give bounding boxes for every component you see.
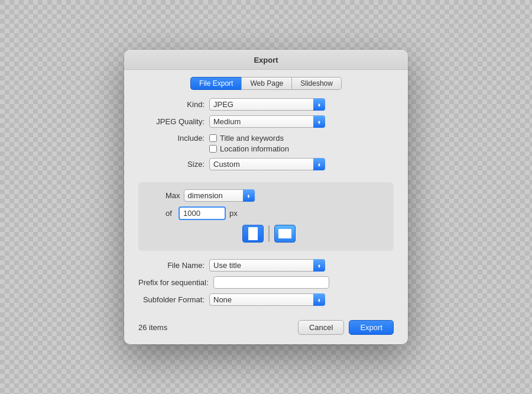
- export-button[interactable]: Export: [349, 320, 394, 335]
- filename-select[interactable]: Use title Use filename: [209, 259, 325, 272]
- portrait-orientation-btn[interactable]: [242, 225, 264, 243]
- landscape-icon: [278, 229, 291, 238]
- title-keywords-checkbox[interactable]: [209, 134, 217, 142]
- location-info-checkbox[interactable]: [209, 145, 217, 153]
- jpeg-quality-control: Low Medium High Maximum: [209, 115, 394, 128]
- dialog-footer: 26 items Cancel Export: [124, 315, 408, 335]
- subfolder-row: Subfolder Format: None By date By year: [138, 293, 394, 306]
- landscape-orientation-btn[interactable]: [274, 225, 296, 243]
- of-label: of: [166, 209, 175, 218]
- tabs-row: File Export Web Page Slideshow: [124, 70, 408, 96]
- export-dialog: Export File Export Web Page Slideshow Ki…: [124, 50, 408, 344]
- size-label: Size:: [138, 160, 209, 169]
- subfolder-select[interactable]: None By date By year: [209, 293, 325, 306]
- tab-web-page[interactable]: Web Page: [241, 77, 292, 90]
- px-value-input[interactable]: [179, 206, 226, 220]
- max-label: Max: [166, 191, 180, 200]
- filename-control: Use title Use filename: [209, 259, 394, 272]
- title-keywords-label: Title and keywords: [220, 134, 284, 143]
- filename-select-wrapper: Use title Use filename: [209, 259, 325, 272]
- size-panel: Max dimension width height of px: [138, 182, 394, 251]
- dimension-select-wrapper: dimension width height: [184, 189, 255, 202]
- kind-label: Kind:: [138, 100, 209, 109]
- tab-slideshow[interactable]: Slideshow: [292, 77, 342, 90]
- items-count: 26 items: [138, 323, 167, 332]
- filename-row: File Name: Use title Use filename: [138, 259, 394, 272]
- title-keywords-row: Title and keywords: [209, 134, 394, 143]
- size-row: Size: Custom Full Size Small Medium Larg…: [138, 158, 394, 170]
- dialog-title: Export: [124, 50, 408, 70]
- of-row: of px: [148, 206, 384, 220]
- include-row: Include: Title and keywords Location inf…: [138, 133, 394, 153]
- jpeg-quality-label: JPEG Quality:: [138, 117, 209, 126]
- include-label: Include:: [138, 134, 209, 143]
- jpeg-quality-row: JPEG Quality: Low Medium High Maximum: [138, 115, 394, 128]
- form-section: Kind: JPEG PNG TIFF JPEG Quality: Low: [124, 96, 408, 180]
- prefix-input[interactable]: [213, 276, 329, 289]
- kind-control: JPEG PNG TIFF: [209, 98, 394, 111]
- cancel-button[interactable]: Cancel: [298, 320, 344, 335]
- dimension-select[interactable]: dimension width height: [184, 189, 255, 202]
- location-info-row: Location information: [209, 144, 394, 153]
- location-info-label: Location information: [220, 144, 289, 153]
- bottom-form-section: File Name: Use title Use filename Prefix…: [124, 257, 408, 315]
- subfolder-control: None By date By year: [209, 293, 394, 306]
- size-select-wrapper: Custom Full Size Small Medium Large: [209, 158, 325, 170]
- subfolder-label: Subfolder Format:: [138, 295, 209, 304]
- size-control: Custom Full Size Small Medium Large: [209, 158, 394, 170]
- jpeg-quality-select[interactable]: Low Medium High Maximum: [209, 115, 325, 128]
- prefix-label: Prefix for sequential:: [138, 278, 213, 287]
- jpeg-quality-select-wrapper: Low Medium High Maximum: [209, 115, 325, 128]
- subfolder-select-wrapper: None By date By year: [209, 293, 325, 306]
- prefix-control: [213, 276, 394, 289]
- kind-row: Kind: JPEG PNG TIFF: [138, 98, 394, 111]
- portrait-icon: [248, 227, 258, 240]
- prefix-row: Prefix for sequential:: [138, 276, 394, 289]
- kind-select-wrapper: JPEG PNG TIFF: [209, 98, 325, 111]
- orientation-row: [148, 225, 384, 243]
- include-checkboxes: Title and keywords Location information: [209, 134, 394, 153]
- footer-buttons: Cancel Export: [298, 320, 394, 335]
- kind-select[interactable]: JPEG PNG TIFF: [209, 98, 325, 111]
- px-unit-label: px: [229, 209, 238, 218]
- orientation-divider: [268, 225, 270, 242]
- max-row: Max dimension width height: [148, 189, 384, 202]
- size-select[interactable]: Custom Full Size Small Medium Large: [209, 158, 325, 170]
- tab-file-export[interactable]: File Export: [190, 77, 241, 90]
- filename-label: File Name:: [138, 261, 209, 270]
